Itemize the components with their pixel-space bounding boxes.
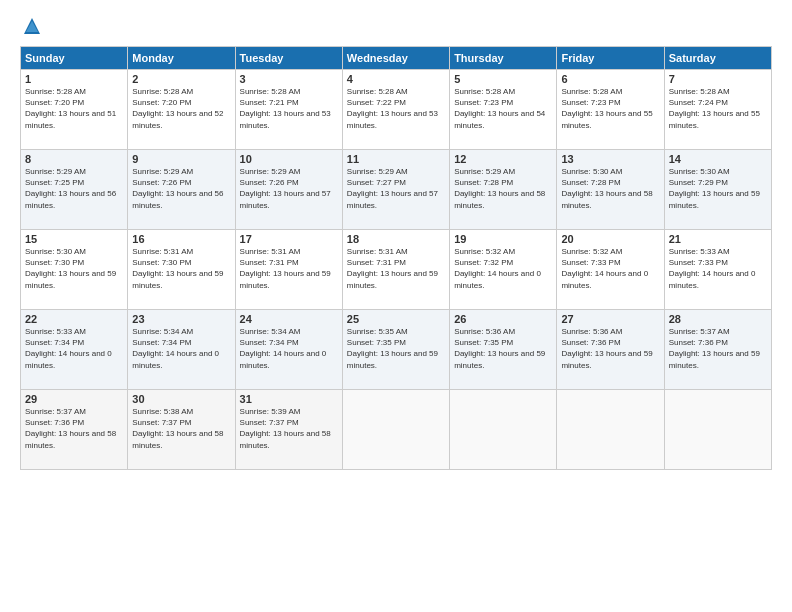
day-cell: 13Sunrise: 5:30 AMSunset: 7:28 PMDayligh…	[557, 150, 664, 230]
day-number: 7	[669, 73, 767, 85]
day-info: Sunrise: 5:28 AMSunset: 7:21 PMDaylight:…	[240, 86, 338, 131]
day-number: 27	[561, 313, 659, 325]
weekday-header-row: SundayMondayTuesdayWednesdayThursdayFrid…	[21, 47, 772, 70]
day-cell: 30Sunrise: 5:38 AMSunset: 7:37 PMDayligh…	[128, 390, 235, 470]
day-cell: 2Sunrise: 5:28 AMSunset: 7:20 PMDaylight…	[128, 70, 235, 150]
day-info: Sunrise: 5:28 AMSunset: 7:23 PMDaylight:…	[454, 86, 552, 131]
day-info: Sunrise: 5:35 AMSunset: 7:35 PMDaylight:…	[347, 326, 445, 371]
day-number: 21	[669, 233, 767, 245]
weekday-tuesday: Tuesday	[235, 47, 342, 70]
day-info: Sunrise: 5:28 AMSunset: 7:23 PMDaylight:…	[561, 86, 659, 131]
day-info: Sunrise: 5:38 AMSunset: 7:37 PMDaylight:…	[132, 406, 230, 451]
week-row-1: 1Sunrise: 5:28 AMSunset: 7:20 PMDaylight…	[21, 70, 772, 150]
day-cell: 25Sunrise: 5:35 AMSunset: 7:35 PMDayligh…	[342, 310, 449, 390]
day-number: 12	[454, 153, 552, 165]
day-number: 16	[132, 233, 230, 245]
day-cell: 10Sunrise: 5:29 AMSunset: 7:26 PMDayligh…	[235, 150, 342, 230]
day-number: 20	[561, 233, 659, 245]
logo	[20, 16, 42, 36]
weekday-saturday: Saturday	[664, 47, 771, 70]
day-info: Sunrise: 5:28 AMSunset: 7:22 PMDaylight:…	[347, 86, 445, 131]
day-number: 25	[347, 313, 445, 325]
day-cell: 19Sunrise: 5:32 AMSunset: 7:32 PMDayligh…	[450, 230, 557, 310]
day-number: 5	[454, 73, 552, 85]
day-cell: 27Sunrise: 5:36 AMSunset: 7:36 PMDayligh…	[557, 310, 664, 390]
header	[20, 16, 772, 36]
weekday-wednesday: Wednesday	[342, 47, 449, 70]
day-number: 15	[25, 233, 123, 245]
day-number: 19	[454, 233, 552, 245]
day-number: 30	[132, 393, 230, 405]
day-cell	[342, 390, 449, 470]
day-cell: 3Sunrise: 5:28 AMSunset: 7:21 PMDaylight…	[235, 70, 342, 150]
day-info: Sunrise: 5:29 AMSunset: 7:26 PMDaylight:…	[132, 166, 230, 211]
weekday-sunday: Sunday	[21, 47, 128, 70]
day-number: 23	[132, 313, 230, 325]
day-cell: 8Sunrise: 5:29 AMSunset: 7:25 PMDaylight…	[21, 150, 128, 230]
day-info: Sunrise: 5:29 AMSunset: 7:27 PMDaylight:…	[347, 166, 445, 211]
day-info: Sunrise: 5:34 AMSunset: 7:34 PMDaylight:…	[132, 326, 230, 371]
day-info: Sunrise: 5:29 AMSunset: 7:25 PMDaylight:…	[25, 166, 123, 211]
day-cell: 23Sunrise: 5:34 AMSunset: 7:34 PMDayligh…	[128, 310, 235, 390]
day-info: Sunrise: 5:36 AMSunset: 7:36 PMDaylight:…	[561, 326, 659, 371]
day-cell: 26Sunrise: 5:36 AMSunset: 7:35 PMDayligh…	[450, 310, 557, 390]
day-info: Sunrise: 5:37 AMSunset: 7:36 PMDaylight:…	[25, 406, 123, 451]
calendar: SundayMondayTuesdayWednesdayThursdayFrid…	[20, 46, 772, 470]
day-number: 24	[240, 313, 338, 325]
day-cell: 18Sunrise: 5:31 AMSunset: 7:31 PMDayligh…	[342, 230, 449, 310]
page: SundayMondayTuesdayWednesdayThursdayFrid…	[0, 0, 792, 612]
day-cell: 15Sunrise: 5:30 AMSunset: 7:30 PMDayligh…	[21, 230, 128, 310]
day-cell: 17Sunrise: 5:31 AMSunset: 7:31 PMDayligh…	[235, 230, 342, 310]
day-number: 28	[669, 313, 767, 325]
day-cell: 21Sunrise: 5:33 AMSunset: 7:33 PMDayligh…	[664, 230, 771, 310]
day-info: Sunrise: 5:31 AMSunset: 7:30 PMDaylight:…	[132, 246, 230, 291]
day-cell: 6Sunrise: 5:28 AMSunset: 7:23 PMDaylight…	[557, 70, 664, 150]
day-info: Sunrise: 5:28 AMSunset: 7:20 PMDaylight:…	[25, 86, 123, 131]
week-row-3: 15Sunrise: 5:30 AMSunset: 7:30 PMDayligh…	[21, 230, 772, 310]
day-cell: 12Sunrise: 5:29 AMSunset: 7:28 PMDayligh…	[450, 150, 557, 230]
day-number: 22	[25, 313, 123, 325]
day-cell: 14Sunrise: 5:30 AMSunset: 7:29 PMDayligh…	[664, 150, 771, 230]
day-info: Sunrise: 5:29 AMSunset: 7:26 PMDaylight:…	[240, 166, 338, 211]
week-row-4: 22Sunrise: 5:33 AMSunset: 7:34 PMDayligh…	[21, 310, 772, 390]
day-number: 3	[240, 73, 338, 85]
day-number: 14	[669, 153, 767, 165]
day-number: 13	[561, 153, 659, 165]
calendar-body: 1Sunrise: 5:28 AMSunset: 7:20 PMDaylight…	[21, 70, 772, 470]
day-info: Sunrise: 5:32 AMSunset: 7:32 PMDaylight:…	[454, 246, 552, 291]
day-cell: 16Sunrise: 5:31 AMSunset: 7:30 PMDayligh…	[128, 230, 235, 310]
day-number: 2	[132, 73, 230, 85]
day-info: Sunrise: 5:36 AMSunset: 7:35 PMDaylight:…	[454, 326, 552, 371]
day-number: 17	[240, 233, 338, 245]
day-number: 8	[25, 153, 123, 165]
logo-icon	[22, 16, 42, 36]
day-number: 6	[561, 73, 659, 85]
day-cell: 9Sunrise: 5:29 AMSunset: 7:26 PMDaylight…	[128, 150, 235, 230]
day-cell: 5Sunrise: 5:28 AMSunset: 7:23 PMDaylight…	[450, 70, 557, 150]
day-number: 9	[132, 153, 230, 165]
day-info: Sunrise: 5:31 AMSunset: 7:31 PMDaylight:…	[347, 246, 445, 291]
day-info: Sunrise: 5:29 AMSunset: 7:28 PMDaylight:…	[454, 166, 552, 211]
day-info: Sunrise: 5:30 AMSunset: 7:29 PMDaylight:…	[669, 166, 767, 211]
day-info: Sunrise: 5:33 AMSunset: 7:34 PMDaylight:…	[25, 326, 123, 371]
day-cell: 20Sunrise: 5:32 AMSunset: 7:33 PMDayligh…	[557, 230, 664, 310]
weekday-thursday: Thursday	[450, 47, 557, 70]
day-number: 18	[347, 233, 445, 245]
day-info: Sunrise: 5:28 AMSunset: 7:20 PMDaylight:…	[132, 86, 230, 131]
day-number: 31	[240, 393, 338, 405]
day-number: 11	[347, 153, 445, 165]
day-cell: 28Sunrise: 5:37 AMSunset: 7:36 PMDayligh…	[664, 310, 771, 390]
day-cell	[557, 390, 664, 470]
day-info: Sunrise: 5:31 AMSunset: 7:31 PMDaylight:…	[240, 246, 338, 291]
day-number: 1	[25, 73, 123, 85]
weekday-monday: Monday	[128, 47, 235, 70]
day-cell	[664, 390, 771, 470]
day-cell: 11Sunrise: 5:29 AMSunset: 7:27 PMDayligh…	[342, 150, 449, 230]
weekday-friday: Friday	[557, 47, 664, 70]
day-info: Sunrise: 5:39 AMSunset: 7:37 PMDaylight:…	[240, 406, 338, 451]
day-number: 29	[25, 393, 123, 405]
day-info: Sunrise: 5:33 AMSunset: 7:33 PMDaylight:…	[669, 246, 767, 291]
day-cell: 7Sunrise: 5:28 AMSunset: 7:24 PMDaylight…	[664, 70, 771, 150]
day-cell: 24Sunrise: 5:34 AMSunset: 7:34 PMDayligh…	[235, 310, 342, 390]
day-info: Sunrise: 5:37 AMSunset: 7:36 PMDaylight:…	[669, 326, 767, 371]
